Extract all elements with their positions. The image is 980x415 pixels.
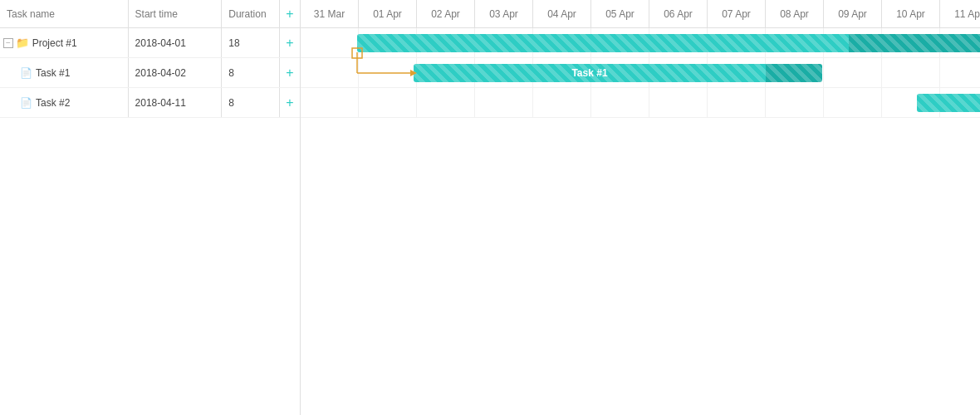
duration-cell-project1: 18: [222, 28, 280, 57]
grid-cell: [533, 28, 591, 57]
date-col-10-apr: 10 Apr: [882, 0, 940, 27]
add-task-button-project1[interactable]: +: [280, 36, 300, 51]
grid-cell: [708, 58, 766, 87]
grid-cell: [882, 88, 940, 117]
gantt-container: Task name Start time Duration + 31 Mar01…: [0, 0, 980, 415]
duration-value-task1: 8: [228, 67, 234, 79]
gantt-header: Task name Start time Duration + 31 Mar01…: [0, 0, 980, 28]
left-header: Task name Start time Duration +: [0, 0, 301, 27]
add-task-button-task2[interactable]: +: [280, 95, 300, 110]
grid-cell: [533, 88, 591, 117]
duration-value-project1: 18: [228, 37, 239, 49]
grid-cell: [824, 88, 882, 117]
grid-cell: [475, 28, 533, 57]
grid-cell: [591, 88, 649, 117]
grid-row: [301, 28, 980, 58]
duration-value-task2: 8: [228, 97, 234, 109]
task-name-cell-task2: 📄 Task #2: [0, 88, 129, 117]
grid-cell: [417, 58, 475, 87]
grid-cell: [940, 88, 980, 117]
add-column-button[interactable]: +: [280, 0, 300, 27]
duration-label: Duration: [228, 8, 266, 20]
grid-background: [301, 28, 980, 415]
task-name-cell-project1: − 📁 Project #1: [0, 28, 129, 57]
table-row: − 📁 Project #1 2018-04-01 18 +: [0, 28, 300, 58]
folder-icon: 📁: [16, 37, 29, 49]
col-header-duration: Duration: [222, 0, 280, 27]
grid-cell: [824, 58, 882, 87]
grid-cell: [475, 58, 533, 87]
date-col-05-apr: 05 Apr: [591, 0, 649, 27]
grid-cell: [301, 58, 359, 87]
duration-cell-task1: 8: [222, 58, 280, 87]
date-col-08-apr: 08 Apr: [766, 0, 824, 27]
grid-cell: [940, 58, 980, 87]
grid-cell: [824, 28, 882, 57]
grid-cell: [766, 28, 824, 57]
add-task-button-task1[interactable]: +: [280, 66, 300, 81]
start-time-label: Start time: [135, 8, 178, 20]
add-icon: +: [286, 7, 293, 22]
start-value-project1: 2018-04-01: [135, 37, 186, 49]
grid-cell: [882, 28, 940, 57]
right-header-dates: 31 Mar01 Apr02 Apr03 Apr04 Apr05 Apr06 A…: [301, 0, 980, 27]
start-cell-task2: 2018-04-11: [129, 88, 223, 117]
grid-cell: [475, 88, 533, 117]
grid-cell: [940, 28, 980, 57]
col-header-task-name: Task name: [0, 0, 129, 27]
right-panel: Project #1 Task #1: [301, 28, 980, 415]
task-name-task1: Task #1: [36, 67, 70, 79]
grid-cell: [417, 28, 475, 57]
grid-cell: [649, 88, 708, 117]
date-col-01-apr: 01 Apr: [359, 0, 417, 27]
start-cell-task1: 2018-04-02: [129, 58, 223, 87]
start-value-task1: 2018-04-02: [135, 67, 186, 79]
grid-cell: [708, 28, 766, 57]
left-panel: − 📁 Project #1 2018-04-01 18 +: [0, 28, 301, 415]
gantt-body: − 📁 Project #1 2018-04-01 18 +: [0, 28, 980, 415]
date-col-02-apr: 02 Apr: [417, 0, 475, 27]
date-col-07-apr: 07 Apr: [708, 0, 766, 27]
date-col-03-apr: 03 Apr: [475, 0, 533, 27]
task-name-project1: Project #1: [32, 37, 77, 49]
date-col-11-apr: 11 Apr: [940, 0, 980, 27]
table-row: 📄 Task #2 2018-04-11 8 +: [0, 88, 300, 118]
grid-cell: [359, 88, 417, 117]
grid-cell: [591, 28, 649, 57]
col-header-start-time: Start time: [129, 0, 223, 27]
grid-cell: [649, 28, 708, 57]
table-row: 📄 Task #1 2018-04-02 8 +: [0, 58, 300, 88]
grid-row: [301, 58, 980, 88]
grid-cell: [301, 28, 359, 57]
task-name-cell-task1: 📄 Task #1: [0, 58, 129, 87]
task-name-task2: Task #2: [36, 97, 70, 109]
file-icon-task2: 📄: [20, 97, 32, 109]
grid-cell: [417, 88, 475, 117]
grid-row: [301, 88, 980, 118]
grid-cell: [649, 58, 708, 87]
grid-cell: [766, 58, 824, 87]
file-icon-task1: 📄: [20, 67, 32, 79]
grid-cell: [591, 58, 649, 87]
start-cell-project1: 2018-04-01: [129, 28, 223, 57]
grid-cell: [882, 58, 940, 87]
grid-cell: [359, 28, 417, 57]
date-col-09-apr: 09 Apr: [824, 0, 882, 27]
grid-cell: [301, 88, 359, 117]
duration-cell-task2: 8: [222, 88, 280, 117]
date-col-06-apr: 06 Apr: [649, 0, 708, 27]
grid-cell: [533, 58, 591, 87]
collapse-icon[interactable]: −: [3, 38, 13, 48]
start-value-task2: 2018-04-11: [135, 97, 186, 109]
date-col-04-apr: 04 Apr: [533, 0, 591, 27]
grid-cell: [766, 88, 824, 117]
task-name-label: Task name: [7, 8, 55, 20]
grid-cell: [359, 58, 417, 87]
grid-cell: [708, 88, 766, 117]
date-col-31-mar: 31 Mar: [301, 0, 359, 27]
